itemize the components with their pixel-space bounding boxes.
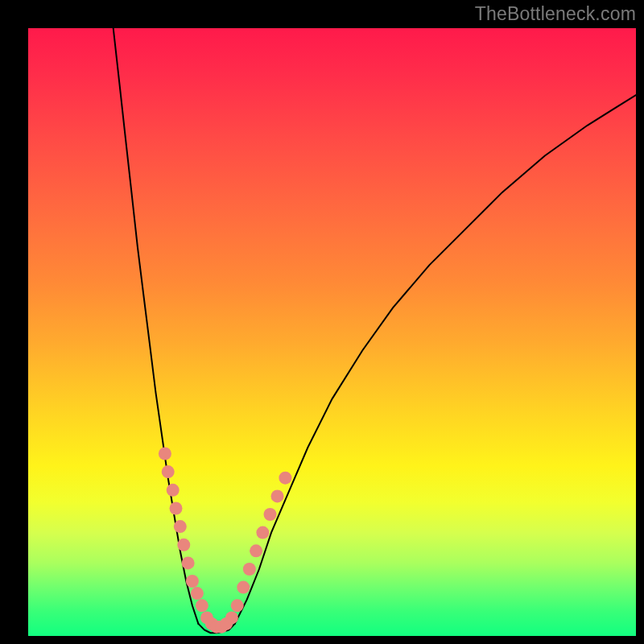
marker-dot xyxy=(264,508,277,521)
marker-dot xyxy=(177,539,190,551)
marker-dot xyxy=(162,465,175,478)
marker-dot xyxy=(170,502,183,515)
marker-dot xyxy=(186,575,199,588)
watermark-text: TheBottleneck.com xyxy=(475,3,636,25)
marker-dot xyxy=(174,520,187,533)
marker-dot xyxy=(250,544,262,557)
plot-area xyxy=(28,28,636,636)
marker-dot xyxy=(196,599,208,612)
marker-dot xyxy=(231,599,244,612)
marker-dot xyxy=(191,587,204,600)
marker-dot xyxy=(279,472,291,485)
marker-dot xyxy=(256,526,269,539)
marker-dot xyxy=(167,484,180,497)
curve-right xyxy=(235,95,636,624)
marker-dot xyxy=(271,489,284,502)
marker-dot xyxy=(243,563,256,576)
marker-dot xyxy=(237,581,250,594)
marker-dot xyxy=(159,448,171,460)
chart-frame: TheBottleneck.com xyxy=(0,0,644,644)
marker-dot xyxy=(225,611,238,624)
curve-left xyxy=(114,28,199,624)
curve-svg xyxy=(28,28,636,636)
marker-dot xyxy=(182,556,195,569)
